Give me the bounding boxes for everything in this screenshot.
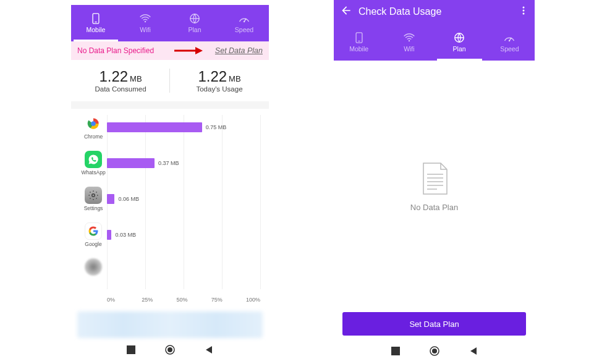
whatsapp-icon xyxy=(85,151,102,168)
redacted-bottom-area xyxy=(77,311,263,338)
empty-state: No Data Plan xyxy=(334,61,535,312)
set-data-plan-link[interactable]: Set Data Plan xyxy=(215,46,263,55)
phone-screen-plan: Check Data Usage Mobile Wifi Plan xyxy=(334,0,535,362)
app-name: WhatsApp xyxy=(81,169,105,176)
chart-xaxis: 0% 25% 50% 75% 100% xyxy=(107,294,260,303)
app-bar: Check Data Usage xyxy=(334,0,535,23)
tabs-header: Mobile Wifi Plan Speed xyxy=(71,5,269,41)
gauge-icon xyxy=(238,13,250,24)
svg-marker-7 xyxy=(195,47,203,54)
android-nav-bar xyxy=(71,342,269,360)
svg-marker-33 xyxy=(470,347,477,355)
svg-point-5 xyxy=(244,21,245,23)
xtick: 50% xyxy=(177,297,211,303)
wifi-icon xyxy=(403,32,415,43)
xtick: 75% xyxy=(211,297,246,303)
tab-label: Wifi xyxy=(140,26,151,33)
nav-home-icon[interactable] xyxy=(430,346,439,358)
usage-bar xyxy=(107,122,202,132)
nav-back-icon[interactable] xyxy=(469,347,478,358)
tab-label: Mobile xyxy=(87,26,106,33)
usage-bar xyxy=(107,194,114,204)
tab-mobile[interactable]: Mobile xyxy=(334,23,384,61)
app-row-chrome[interactable]: Chrome 0.75 MB xyxy=(80,115,260,145)
xtick: 25% xyxy=(142,297,176,303)
appbar-title: Check Data Usage xyxy=(359,6,519,17)
nav-recent-icon[interactable] xyxy=(127,345,135,357)
back-icon[interactable] xyxy=(340,4,352,19)
nav-recent-icon[interactable] xyxy=(391,347,400,358)
svg-point-2 xyxy=(145,21,146,23)
usage-value: 0.06 MB xyxy=(118,196,139,202)
tab-wifi[interactable]: Wifi xyxy=(384,23,434,61)
svg-rect-20 xyxy=(358,40,360,41)
svg-rect-30 xyxy=(391,347,400,355)
svg-point-11 xyxy=(92,194,95,197)
more-menu-icon[interactable] xyxy=(519,6,528,18)
gauge-icon xyxy=(503,32,516,43)
chrome-icon xyxy=(85,115,102,132)
tab-speed[interactable]: Speed xyxy=(485,23,535,61)
banner-message: No Data Plan Specified xyxy=(77,46,154,55)
globe-icon xyxy=(453,32,465,43)
app-usage-chart: Chrome 0.75 MB WhatsApp 0.37 MB xyxy=(71,109,269,305)
arrow-annotation-icon xyxy=(173,45,204,56)
stat-unit: MB xyxy=(229,74,241,83)
stat-todays-usage: 1.22 MB Today's Usage xyxy=(170,60,269,101)
app-row-whatsapp[interactable]: WhatsApp 0.37 MB xyxy=(80,151,260,180)
app-name: Google xyxy=(85,241,101,247)
no-plan-banner: No Data Plan Specified Set Data Plan xyxy=(71,41,269,60)
app-row-settings[interactable]: Settings 0.06 MB xyxy=(80,187,260,216)
svg-point-17 xyxy=(523,10,525,12)
svg-point-14 xyxy=(168,347,172,352)
svg-point-16 xyxy=(523,7,525,9)
usage-value: 0.75 MB xyxy=(206,124,227,130)
svg-point-18 xyxy=(523,13,525,15)
google-icon xyxy=(85,222,102,240)
button-label: Set Data Plan xyxy=(409,320,459,329)
svg-rect-12 xyxy=(127,345,135,354)
stat-data-consumed: 1.22 MB Data Consumed xyxy=(71,60,170,101)
tab-label: Plan xyxy=(453,45,466,53)
svg-rect-1 xyxy=(95,22,96,22)
tab-speed[interactable]: Speed xyxy=(219,5,269,41)
usage-stats: 1.22 MB Data Consumed 1.22 MB Today's Us… xyxy=(71,60,269,101)
document-icon xyxy=(418,161,451,197)
usage-bar xyxy=(107,230,111,240)
app-row-redacted[interactable] xyxy=(80,258,260,288)
tab-plan[interactable]: Plan xyxy=(435,23,485,61)
xtick: 100% xyxy=(246,297,260,303)
svg-point-21 xyxy=(409,40,410,41)
nav-back-icon[interactable] xyxy=(205,345,213,357)
svg-marker-15 xyxy=(206,346,212,353)
phone-icon xyxy=(353,32,365,43)
phone-screen-mobile-usage: Mobile Wifi Plan Speed No Data Plan Spec… xyxy=(71,5,269,360)
stat-unit: MB xyxy=(130,74,142,83)
empty-state-text: No Data Plan xyxy=(410,203,458,212)
redacted-app-icon xyxy=(85,258,102,276)
wifi-icon xyxy=(139,13,151,24)
stat-value: 1.22 xyxy=(198,68,227,85)
usage-value: 0.03 MB xyxy=(115,232,136,238)
tab-label: Mobile xyxy=(349,45,368,53)
stat-value: 1.22 xyxy=(99,68,128,85)
app-name: Settings xyxy=(84,205,103,211)
android-nav-bar xyxy=(334,343,535,362)
phone-icon xyxy=(90,13,102,24)
tabs-header: Mobile Wifi Plan Speed xyxy=(334,23,535,61)
app-row-google[interactable]: Google 0.03 MB xyxy=(80,222,260,252)
usage-bar xyxy=(107,158,155,168)
svg-point-32 xyxy=(432,349,437,353)
tab-mobile[interactable]: Mobile xyxy=(71,5,121,41)
tab-label: Plan xyxy=(188,26,201,33)
tab-plan[interactable]: Plan xyxy=(170,5,219,41)
divider xyxy=(71,101,269,109)
globe-icon xyxy=(189,13,201,24)
svg-point-24 xyxy=(509,40,511,41)
settings-icon xyxy=(85,187,102,204)
nav-home-icon[interactable] xyxy=(165,345,175,357)
stat-label: Data Consumed xyxy=(95,85,146,93)
tab-label: Wifi xyxy=(404,45,415,53)
set-data-plan-button[interactable]: Set Data Plan xyxy=(342,312,526,336)
tab-wifi[interactable]: Wifi xyxy=(121,5,170,41)
